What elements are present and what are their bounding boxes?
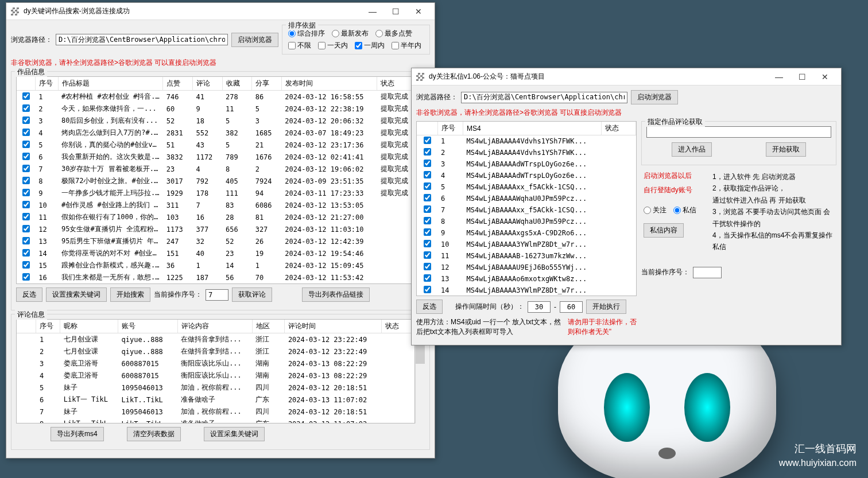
table-row[interactable]: 16我们生来都是一无所有，敢想...122518756702024-03-12 … <box>17 271 414 283</box>
row-checkbox[interactable] <box>22 104 30 112</box>
table-row[interactable]: 3娄底卫浴哥600887015衡阳应该比乐山...湖南2024-03-13 08… <box>17 357 414 370</box>
current-op-input[interactable] <box>206 289 228 301</box>
dm-radio[interactable]: 私信 <box>673 205 696 215</box>
table-row[interactable]: 380后回乡创业，到底有没有...5218532024-03-12 20:06:… <box>17 115 414 127</box>
row-checkbox[interactable] <box>424 286 431 293</box>
table-row[interactable]: 730岁存款十万 冒着被老板开...234822024-03-12 19:06:… <box>17 163 414 175</box>
table-row[interactable]: 10#创作灵感 #创业路上的我们 ...31178360862024-03-12… <box>17 199 414 211</box>
table-row[interactable]: 3MS4wLjABAAAAdWTrspLOyGoz6e... <box>417 158 636 170</box>
table-row[interactable]: 4烤肉店怎么做到日入7万的?#...283155238216852024-03-… <box>17 127 414 139</box>
row-checkbox[interactable] <box>424 148 431 156</box>
table-row[interactable]: 12MS4wLjABAAAAU9EjJ6Bo555YWj... <box>417 262 636 273</box>
clear-list-button[interactable]: 清空列表数据 <box>127 427 181 441</box>
comments-table[interactable]: 序号昵称账号评论内容地区评论时间状态 1七月创业课qiyue..888在做抖音拿… <box>16 319 415 423</box>
row-checkbox[interactable] <box>424 205 431 213</box>
close-button[interactable]: ✕ <box>813 69 836 85</box>
table-row[interactable]: 2MS4wLjABAAAA4Vdvhs1YSh7FWK... <box>417 147 636 158</box>
table-row[interactable]: 1295女生做#直播切片 全流程粉...11733776563272024-03… <box>17 223 414 235</box>
titlebar[interactable]: dy关注私信v1.06-公众号：猫哥点项目 — ☐ ✕ <box>412 68 841 86</box>
table-row[interactable]: 15跟摊创业合作新模式，感兴趣...3611412024-03-12 15:09… <box>17 259 414 271</box>
work-url-input[interactable] <box>646 126 831 138</box>
enter-work-button[interactable]: 进入作品 <box>672 142 712 157</box>
close-button[interactable]: ✕ <box>407 3 430 20</box>
row-checkbox[interactable] <box>424 182 431 190</box>
table-row[interactable]: 5妹子1095046013加油，祝你前程...四川2024-03-12 20:1… <box>17 382 414 394</box>
row-checkbox[interactable] <box>22 237 30 244</box>
row-checkbox[interactable] <box>22 129 30 136</box>
export-works-button[interactable]: 导出列表作品链接 <box>302 287 370 302</box>
row-checkbox[interactable] <box>424 194 431 201</box>
row-checkbox[interactable] <box>424 171 431 178</box>
export-ms4-button[interactable]: 导出列表ms4 <box>51 427 104 441</box>
launch-browser-button[interactable]: 启动浏览器 <box>631 90 678 104</box>
row-checkbox[interactable] <box>22 92 30 100</box>
row-checkbox[interactable] <box>424 274 431 282</box>
row-checkbox[interactable] <box>22 153 30 160</box>
table-row[interactable]: 5你别说，真的挺心动的#创业vlog51435212024-03-12 23:1… <box>17 139 414 151</box>
row-checkbox[interactable] <box>22 165 30 172</box>
minimize-button[interactable]: — <box>361 3 384 20</box>
start-fetch-button[interactable]: 开始获取 <box>766 142 806 157</box>
follow-radio[interactable]: 关注 <box>644 205 666 215</box>
get-comments-button[interactable]: 获取评论 <box>232 287 272 302</box>
time-filter-check[interactable]: 半年内 <box>392 41 421 50</box>
table-row[interactable]: 8LikT一 TikLLikT..TikL准备做啥子广东2024-03-13 1… <box>17 418 414 423</box>
row-checkbox[interactable] <box>424 137 431 144</box>
sort-radio[interactable]: 最新发布 <box>332 29 369 38</box>
table-row[interactable]: 6LikT一 TikLLikT..TikL准备做啥子广东2024-03-13 1… <box>17 394 414 406</box>
row-checkbox[interactable] <box>22 249 30 257</box>
interval-to-input[interactable] <box>560 301 583 313</box>
table-row[interactable]: 14MS4wLjABAAAA3YWlmPZ8Dt_w7r... <box>417 285 636 296</box>
browser-path-input[interactable] <box>461 92 627 103</box>
time-filter-check[interactable]: 一天内 <box>318 41 348 50</box>
table-row[interactable]: 13MS4wLjABAAAAo6mxotxgWKtw8z... <box>417 273 636 285</box>
titlebar[interactable]: dy关键词作品搜索-浏览器连接成功 — ☐ ✕ <box>6 3 435 20</box>
row-checkbox[interactable] <box>424 251 431 259</box>
set-keyword-button[interactable]: 设置搜索关键词 <box>46 287 107 302</box>
start-execute-button[interactable]: 开始执行 <box>586 300 626 314</box>
table-row[interactable]: 2今天，如果你来做抖音，一...6091152024-03-12 22:38:1… <box>17 103 414 115</box>
msg-content-button[interactable]: 私信内容 <box>644 223 684 238</box>
table-row[interactable]: 8极限72小时创业之旅。#创业...301779240579242024-03-… <box>17 175 414 187</box>
table-row[interactable]: 4娄底卫浴哥600887015衡阳应该比乐山...湖南2024-03-13 08… <box>17 370 414 382</box>
table-row[interactable]: 5MS4wLjABAAAAxx_f5ACkk-1CSQ... <box>417 181 636 193</box>
row-checkbox[interactable] <box>424 228 431 236</box>
time-filter-check[interactable]: 一周内 <box>355 41 385 50</box>
table-row[interactable]: 6我会重新开始的。这次失败是...3832117278916762024-03-… <box>17 151 414 163</box>
invert-selection-button[interactable]: 反选 <box>16 287 42 302</box>
table-row[interactable]: 11MS4wLjABAAAAB-16273um7kzWw... <box>417 250 636 262</box>
table-row[interactable]: 1七月创业课qiyue..888在做抖音拿到结...浙江2024-03-12 2… <box>17 333 414 346</box>
invert-selection-button[interactable]: 反选 <box>416 300 443 314</box>
maximize-button[interactable]: ☐ <box>384 3 407 20</box>
table-row[interactable]: 7妹子1095046013加油，祝你前程...四川2024-03-12 20:1… <box>17 406 414 418</box>
table-row[interactable]: 6MS4wLjABAAAAWqhaU0JPm59Pcz... <box>417 193 636 204</box>
table-row[interactable]: 8MS4wLjABAAAAWqhaU0JPm59Pcz... <box>417 216 636 227</box>
table-row[interactable]: 1#农村种植 #农村创业 #抖音...74641278862024-03-12 … <box>17 91 414 103</box>
maximize-button[interactable]: ☐ <box>790 69 813 85</box>
table-row[interactable]: 10MS4wLjABAAAA3YWlmPZ8Dt_w7r... <box>417 239 636 250</box>
row-checkbox[interactable] <box>424 217 431 224</box>
table-row[interactable]: 7MS4wLjABAAAAxx_f5ACkk-1CSQ... <box>417 204 636 216</box>
row-checkbox[interactable] <box>22 273 30 281</box>
row-checkbox[interactable] <box>22 201 30 208</box>
interval-from-input[interactable] <box>528 301 551 313</box>
time-filter-check[interactable]: 不限 <box>288 41 311 50</box>
table-row[interactable]: 9一年挣多少钱才能开上玛莎拉...1929178111942024-03-11 … <box>17 187 414 199</box>
launch-browser-button[interactable]: 启动浏览器 <box>231 33 278 47</box>
start-search-button[interactable]: 开始搜索 <box>110 287 150 302</box>
table-row[interactable]: 11假如你在银行有了1000，你的...1031628812024-03-12 … <box>17 211 414 223</box>
table-row[interactable]: 1395后男生下班做#直播切片 年...2473252262024-03-12 … <box>17 235 414 247</box>
table-row[interactable]: 1MS4wLjABAAAA4Vdvhs1YSh7FWK... <box>417 135 636 147</box>
row-checkbox[interactable] <box>424 160 431 167</box>
table-row[interactable]: 2七月创业课qiyue..888在做抖音拿到结...浙江2024-03-12 2… <box>17 345 414 357</box>
row-checkbox[interactable] <box>22 116 30 124</box>
row-checkbox[interactable] <box>22 177 30 184</box>
browser-path-input[interactable] <box>56 34 228 45</box>
current-op-input[interactable] <box>693 267 722 278</box>
sort-radio[interactable]: 最多点赞 <box>375 29 412 38</box>
set-collect-keyword-button[interactable]: 设置采集关键词 <box>204 427 265 441</box>
ms4-table[interactable]: 序号MS4状态 1MS4wLjABAAAA4Vdvhs1YSh7FWK...2M… <box>416 121 637 296</box>
table-row[interactable]: 14你觉得巫哥说的对不对 #创业...1514023192024-03-12 1… <box>17 247 414 259</box>
table-row[interactable]: 4MS4wLjABAAAAdWTrspLOyGoz6e... <box>417 170 636 181</box>
row-checkbox[interactable] <box>22 225 30 232</box>
